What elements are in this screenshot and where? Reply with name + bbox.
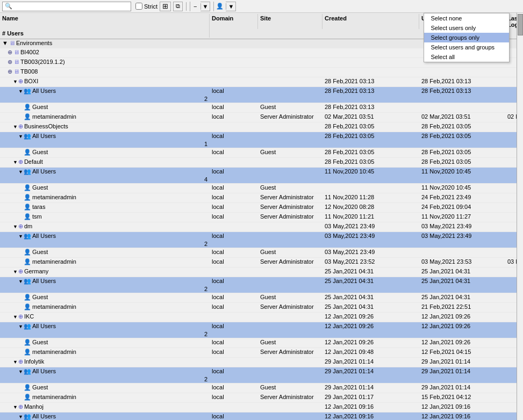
cell-created: 02 Mar,2021 03:51 [323, 113, 419, 121]
menu-item-select-all[interactable]: Select all [424, 52, 509, 62]
table-row[interactable]: 👤metamineradminlocalServer Administrator… [0, 303, 523, 313]
table-row[interactable]: 👤metamineradminlocalServer Administrator… [0, 348, 523, 358]
col-name[interactable]: Name [0, 14, 210, 29]
cell-updated: 28 Feb,2021 03:05 [419, 158, 505, 166]
cell-site [258, 58, 323, 66]
table-row[interactable]: ▼⊕Germany25 Jan,2021 04:3125 Jan,2021 04… [0, 267, 523, 277]
table-row[interactable]: ▼👥All Userslocal28 Feb,2021 03:0528 Feb,… [0, 132, 523, 148]
table-row[interactable]: 👤GuestlocalGuest29 Jan,2021 01:1429 Jan,… [0, 383, 523, 393]
cell-name: ▼⊕Manhoj [0, 403, 210, 411]
table-row[interactable]: 👤tsmlocalServer Administrator11 Nov,2020… [0, 213, 523, 222]
table-row[interactable]: ▼⊕BusinessObjects28 Feb,2021 03:0528 Feb… [0, 122, 523, 132]
table-row[interactable]: ▼👥All Userslocal12 Jan,2021 09:1612 Jan,… [0, 412, 523, 420]
cell-name: 👤metamineradmin [0, 258, 210, 266]
col-site[interactable]: Site [258, 14, 323, 29]
table-row[interactable]: ▼👥All Userslocal25 Jan,2021 04:3125 Jan,… [0, 277, 523, 293]
cell-num-users: 2 [0, 285, 210, 293]
table-row[interactable]: 👤metamineradminlocalServer Administrator… [0, 193, 523, 203]
cell-updated: 03 May,2021 23:49 [419, 222, 505, 230]
table-row[interactable]: ▼👥All Userslocal11 Nov,2020 10:4511 Nov,… [0, 168, 523, 184]
cell-name: ▼👥All Users [0, 322, 210, 330]
table-row[interactable]: 👤metamineradminlocalServer Administrator… [0, 393, 523, 403]
dropdown-arrow-2[interactable]: ▼ [226, 3, 235, 10]
cell-site: Server Administrator [258, 213, 323, 221]
menu-item-select-users-only[interactable]: Select users only [424, 23, 509, 33]
search-input[interactable] [13, 3, 128, 10]
cell-created: 03 May,2021 23:49 [323, 222, 419, 230]
table-body[interactable]: ▼🖥Environments⊕🖥BI4002⊕🖥TB003(2019.1.2)⊕… [0, 39, 523, 420]
table-row[interactable]: ▼⊕Default28 Feb,2021 03:0528 Feb,2021 03… [0, 158, 523, 168]
table-row[interactable]: ▼⊕IKC12 Jan,2021 09:2612 Jan,2021 09:26 [0, 313, 523, 322]
cell-domain [210, 267, 258, 276]
table-row[interactable]: ▼👥All Userslocal12 Jan,2021 09:2612 Jan,… [0, 322, 523, 338]
scrollbar-track[interactable] [517, 13, 523, 420]
cell-created: 11 Nov,2020 11:28 [323, 193, 419, 201]
cell-num-users [0, 47, 210, 48]
cell-name: 👤Guest [0, 103, 210, 111]
cell-updated: 12 Jan,2021 09:26 [419, 338, 505, 346]
table-row[interactable]: 👤metamineradminlocalServer Administrator… [0, 113, 523, 122]
table-row[interactable]: 👤taraslocalServer Administrator12 Nov,20… [0, 203, 523, 213]
table-row[interactable]: 👤metamineradminlocalServer Administrator… [0, 258, 523, 267]
cell-name: 👤Guest [0, 248, 210, 256]
scrollbar-thumb[interactable] [518, 14, 523, 35]
cell-domain [210, 77, 258, 85]
cell-name: 👤metamineradmin [0, 113, 210, 121]
col-domain[interactable]: Domain [210, 14, 258, 29]
separator-1 [186, 2, 187, 11]
table-row[interactable]: ▼⊕dm03 May,2021 23:4903 May,2021 23:49 [0, 222, 523, 232]
cell-updated: 28 Feb,2021 03:13 [419, 87, 505, 95]
strict-checkbox[interactable] [135, 3, 142, 10]
table-row[interactable]: ▼👥All Userslocal28 Feb,2021 03:1328 Feb,… [0, 87, 523, 103]
table-row[interactable]: 👤GuestlocalGuest11 Nov,2020 10:45 [0, 184, 523, 193]
cell-name: ▼⊕Infolytik [0, 358, 210, 366]
cell-site: Server Administrator [258, 258, 323, 266]
cell-domain [210, 222, 258, 230]
add-button[interactable]: ⊞ [160, 2, 171, 11]
search-box[interactable]: 🔍 [2, 2, 131, 11]
table-row[interactable]: 👤GuestlocalGuest25 Jan,2021 04:3125 Jan,… [0, 293, 523, 303]
menu-item-select-users-and-groups[interactable]: Select users and groups [424, 42, 509, 52]
copy-button[interactable]: ⧉ [173, 2, 183, 11]
cell-updated [419, 248, 505, 256]
cell-site [258, 132, 323, 140]
cell-site [258, 358, 323, 366]
table-row[interactable]: 👤GuestlocalGuest12 Jan,2021 09:2612 Jan,… [0, 338, 523, 348]
cell-updated: 24 Feb,2021 09:04 [419, 203, 505, 211]
cell-name: 👤metamineradmin [0, 303, 210, 311]
table-row[interactable]: ▼⊕BOXI28 Feb,2021 03:1328 Feb,2021 03:13 [0, 77, 523, 87]
table-row[interactable]: 👤GuestlocalGuest03 May,2021 23:49 [0, 248, 523, 258]
cell-created: 28 Feb,2021 03:13 [323, 87, 419, 95]
cell-site [258, 39, 323, 47]
cell-name: ▼👥All Users [0, 87, 210, 95]
cell-created: 28 Feb,2021 03:05 [323, 148, 419, 156]
table-row[interactable]: ⊕🖥TB008 [0, 68, 523, 77]
cell-num-users [0, 321, 210, 322]
cell-site [258, 68, 323, 76]
cell-created [323, 48, 419, 56]
cell-name: ▼⊕dm [0, 222, 210, 230]
cell-site [258, 222, 323, 230]
cell-site [258, 158, 323, 166]
minus-button[interactable]: − [190, 2, 200, 11]
cell-name: 👤taras [0, 203, 210, 211]
col-created: Created [323, 14, 419, 29]
cell-domain: local [210, 113, 258, 121]
cell-site [258, 367, 323, 375]
menu-item-select-none[interactable]: Select none [424, 13, 509, 23]
table-row[interactable]: 👤GuestlocalGuest28 Feb,2021 03:0528 Feb,… [0, 148, 523, 158]
table-row[interactable]: ▼⊕Manhoj12 Jan,2021 09:1612 Jan,2021 09:… [0, 403, 523, 412]
table-row[interactable]: ▼👥All Userslocal29 Jan,2021 01:1429 Jan,… [0, 367, 523, 383]
dropdown-arrow-1[interactable]: ▼ [200, 3, 210, 10]
cell-num-users [0, 56, 210, 57]
table-row[interactable]: ▼👥All Userslocal03 May,2021 23:4903 May,… [0, 232, 523, 248]
table-row[interactable]: 👤GuestlocalGuest28 Feb,2021 03:13 [0, 103, 523, 113]
col-num-users[interactable]: # Users [0, 29, 210, 38]
cell-site [258, 232, 323, 240]
cell-num-users [0, 401, 210, 402]
cell-num-users [0, 230, 210, 231]
user-icon-btn[interactable]: 👤 [214, 2, 226, 11]
menu-item-select-groups-only[interactable]: Select groups only [424, 33, 509, 42]
cell-updated: 24 Feb,2021 23:49 [419, 193, 505, 201]
table-row[interactable]: ▼⊕Infolytik29 Jan,2021 01:1429 Jan,2021 … [0, 358, 523, 367]
